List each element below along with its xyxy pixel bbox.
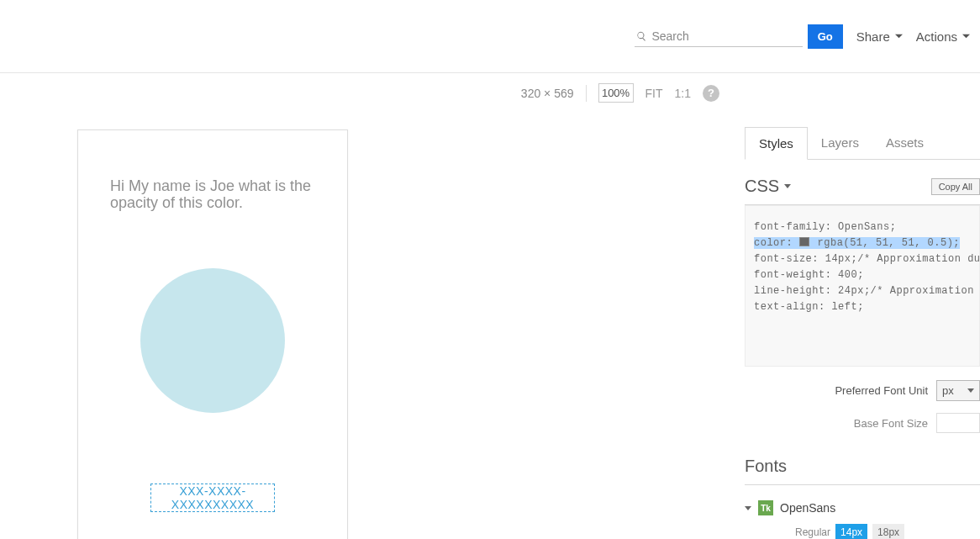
css-line: text-align: left; xyxy=(754,299,971,315)
css-line: font-family: OpenSans; xyxy=(754,219,971,235)
font-weight-label: Regular xyxy=(795,526,830,538)
actions-dropdown[interactable]: Actions xyxy=(916,29,970,44)
font-size-badge[interactable]: 18px xyxy=(872,524,904,539)
font-name: OpenSans xyxy=(780,501,835,515)
css-language-dropdown[interactable]: CSS xyxy=(745,177,791,196)
circle-shape[interactable] xyxy=(140,268,285,413)
tab-assets[interactable]: Assets xyxy=(872,127,937,159)
help-icon[interactable]: ? xyxy=(703,85,719,102)
base-font-size-input[interactable] xyxy=(936,413,980,433)
chevron-down-icon xyxy=(895,33,903,40)
search-box[interactable] xyxy=(635,26,803,47)
preferred-font-unit-label: Preferred Font Unit xyxy=(835,384,928,397)
tab-styles[interactable]: Styles xyxy=(745,127,808,160)
tab-layers[interactable]: Layers xyxy=(808,127,872,159)
font-size-badge-active[interactable]: 14px xyxy=(835,524,867,539)
artboard-dimensions: 320 × 569 xyxy=(521,87,574,100)
font-unit-select[interactable]: px xyxy=(936,380,980,401)
typekit-icon: Tk xyxy=(758,500,773,515)
chevron-down-icon xyxy=(967,388,974,393)
copy-all-button[interactable]: Copy All xyxy=(931,178,980,195)
intro-text[interactable]: Hi My name is Joe what is the opacity of… xyxy=(110,177,315,211)
css-line: line-height: 24px;/* Approximation due t xyxy=(754,283,971,299)
go-button[interactable]: Go xyxy=(808,24,843,49)
search-input[interactable] xyxy=(651,29,800,43)
base-font-size-label: Base Font Size xyxy=(854,417,928,430)
css-line: font-weight: 400; xyxy=(754,267,971,283)
font-row[interactable]: Tk OpenSans xyxy=(745,500,980,515)
chevron-down-icon xyxy=(784,184,791,188)
canvas-area[interactable]: Hi My name is Joe what is the opacity of… xyxy=(0,113,745,539)
css-label-text: CSS xyxy=(745,177,779,196)
one-to-one-button[interactable]: 1:1 xyxy=(675,87,691,100)
chevron-down-icon xyxy=(962,33,970,40)
divider xyxy=(586,85,587,102)
inspector-panel: Styles Layers Assets CSS Copy All font-f… xyxy=(745,113,980,539)
actions-label: Actions xyxy=(916,29,957,44)
share-label: Share xyxy=(856,29,890,44)
chevron-down-icon[interactable] xyxy=(745,506,751,510)
fonts-section-header: Fonts xyxy=(745,438,980,485)
font-unit-value: px xyxy=(942,384,954,397)
search-icon xyxy=(636,30,647,42)
css-code-block[interactable]: font-family: OpenSans; color: rgba(51, 5… xyxy=(745,205,980,367)
zoom-input[interactable] xyxy=(598,83,634,103)
color-swatch-icon xyxy=(799,237,809,246)
share-dropdown[interactable]: Share xyxy=(856,29,903,44)
panel-tabs: Styles Layers Assets xyxy=(745,127,980,160)
css-line: color: rgba(51, 51, 51, 0.5); xyxy=(754,235,971,251)
placeholder-text[interactable]: XXX-XXXX-XXXXXXXXXX xyxy=(150,484,275,512)
fit-button[interactable]: FIT xyxy=(645,87,663,100)
css-line: font-size: 14px;/* Approximation due to xyxy=(754,251,971,267)
artboard[interactable]: Hi My name is Joe what is the opacity of… xyxy=(77,129,348,539)
